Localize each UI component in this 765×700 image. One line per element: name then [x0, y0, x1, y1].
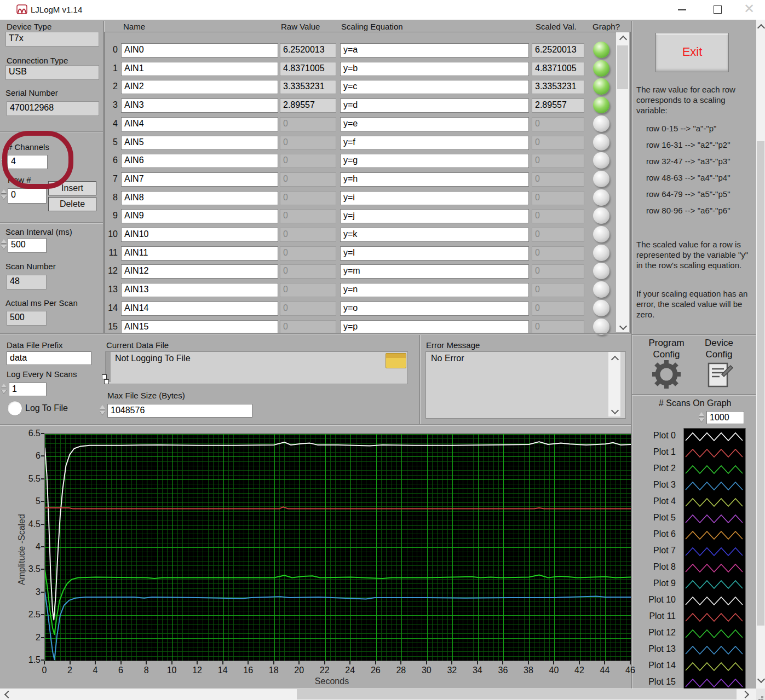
error-scrollbar[interactable]: [608, 352, 620, 416]
minimize-button[interactable]: [678, 9, 686, 10]
interval-spin-up[interactable]: [1, 239, 7, 243]
table-scrollbar-thumb[interactable]: [617, 45, 628, 89]
scans-on-graph-input[interactable]: 1000: [706, 411, 744, 424]
scans-spin-up[interactable]: [699, 412, 704, 416]
every-n-spin-up[interactable]: [1, 384, 7, 387]
graph-led-off[interactable]: [593, 300, 609, 316]
v-scrollbar-thumb[interactable]: [757, 141, 764, 626]
graph-led-off[interactable]: [593, 171, 609, 187]
graph-led-off[interactable]: [593, 281, 609, 298]
row-spin-up[interactable]: [1, 189, 7, 193]
graph-led-off[interactable]: [593, 319, 609, 335]
device-config-document-icon[interactable]: [706, 360, 734, 389]
plot-legend-strip[interactable]: [683, 428, 746, 692]
channel-name-input[interactable]: AIN14: [121, 302, 278, 316]
channel-name-input[interactable]: AIN12: [121, 264, 278, 279]
close-button[interactable]: ✕: [742, 2, 756, 16]
scaling-equation-input[interactable]: y=k: [340, 228, 529, 242]
channel-name-input[interactable]: AIN15: [121, 320, 278, 334]
program-config-gear-icon[interactable]: [651, 359, 682, 390]
actual-ms-label: Actual ms Per Scan: [5, 298, 78, 308]
channel-name-input[interactable]: AIN5: [121, 136, 278, 150]
scaling-equation-input[interactable]: y=j: [340, 209, 529, 223]
row-variable-map: row 0-15 --> "a"-"p"row 16-31 --> "a2"-"…: [646, 124, 730, 222]
scaling-equation-input[interactable]: y=f: [340, 136, 529, 150]
h-scroll-right-icon[interactable]: [741, 691, 749, 698]
table-scroll-down-icon[interactable]: [619, 322, 627, 330]
scaling-equation-input[interactable]: y=n: [340, 283, 529, 297]
row-number-input[interactable]: 0: [8, 188, 47, 204]
channel-name-input[interactable]: AIN11: [121, 246, 278, 261]
exit-button[interactable]: Exit: [655, 33, 729, 72]
graph-led-off[interactable]: [593, 152, 609, 169]
channel-name-input[interactable]: AIN9: [121, 209, 278, 223]
channel-name-input[interactable]: AIN6: [121, 154, 278, 168]
window-vertical-scrollbar[interactable]: [756, 20, 765, 689]
scaling-equation-input[interactable]: y=m: [340, 264, 529, 279]
scaling-equation-input[interactable]: y=c: [340, 80, 529, 94]
row-index: 8: [105, 193, 118, 203]
scaling-equation-input[interactable]: y=e: [340, 117, 529, 131]
graph-led-on[interactable]: [593, 42, 609, 58]
resize-handle[interactable]: [104, 379, 109, 384]
graph-led-on[interactable]: [593, 97, 609, 113]
error-note: If your scaling equation has an error, t…: [636, 288, 755, 320]
resize-grip[interactable]: [761, 696, 763, 698]
scaling-equation-input[interactable]: y=o: [340, 302, 529, 316]
channel-name-input[interactable]: AIN10: [121, 228, 278, 242]
data-file-prefix-input[interactable]: data: [7, 351, 91, 365]
row-index: 3: [105, 100, 118, 110]
max-size-spin-down[interactable]: [100, 411, 105, 415]
resize-handle[interactable]: [102, 374, 107, 379]
scaling-equation-input[interactable]: y=h: [340, 172, 529, 187]
channel-name-input[interactable]: AIN0: [121, 43, 278, 57]
interval-spin-down[interactable]: [1, 245, 7, 249]
graph-led-off[interactable]: [593, 115, 609, 132]
scan-interval-input[interactable]: 500: [8, 238, 47, 253]
error-scroll-up-icon[interactable]: [611, 356, 619, 363]
table-scroll-up-icon[interactable]: [619, 36, 627, 43]
scaling-equation-input[interactable]: y=d: [340, 99, 529, 113]
channel-name-input[interactable]: AIN8: [121, 191, 278, 205]
graph-led-off[interactable]: [593, 245, 609, 261]
graph-led-off[interactable]: [593, 263, 609, 279]
v-scroll-down-icon[interactable]: [757, 675, 765, 683]
log-every-n-input[interactable]: 1: [9, 383, 47, 396]
scaling-equation-input[interactable]: y=a: [340, 43, 529, 57]
h-scroll-left-icon[interactable]: [4, 691, 12, 698]
browse-folder-icon[interactable]: [386, 353, 406, 368]
h-scrollbar-thumb[interactable]: [297, 689, 737, 699]
channel-name-input[interactable]: AIN13: [121, 283, 278, 297]
graph-led-off[interactable]: [593, 226, 609, 242]
log-to-file-radio[interactable]: [7, 401, 22, 416]
max-file-size-input[interactable]: 1048576: [107, 404, 252, 418]
scaling-equation-input[interactable]: y=p: [340, 320, 529, 334]
error-scroll-down-icon[interactable]: [611, 407, 619, 414]
raw-value-indicator: 0: [280, 136, 336, 150]
graph-led-off[interactable]: [593, 134, 609, 151]
scaling-equation-input[interactable]: y=b: [340, 62, 529, 76]
channel-name-input[interactable]: AIN3: [121, 99, 278, 113]
delete-button[interactable]: Delete: [48, 197, 96, 211]
scaling-equation-input[interactable]: y=i: [340, 191, 529, 205]
channel-name-input[interactable]: AIN2: [121, 80, 278, 94]
channel-name-input[interactable]: AIN1: [121, 62, 278, 76]
v-scroll-up-icon[interactable]: [757, 24, 765, 32]
channel-name-input[interactable]: AIN4: [121, 117, 278, 131]
table-scrollbar[interactable]: [616, 32, 629, 332]
scans-spin-down[interactable]: [699, 418, 704, 422]
channel-name-input[interactable]: AIN7: [121, 172, 278, 187]
current-data-file-value: Not Logging To File: [115, 354, 191, 363]
maximize-button[interactable]: [714, 5, 722, 14]
scaling-equation-input[interactable]: y=l: [340, 246, 529, 261]
row-spin-down[interactable]: [1, 195, 7, 199]
every-n-spin-down[interactable]: [1, 390, 7, 394]
col-header-equation: Scaling Equation: [341, 22, 403, 31]
scaling-equation-input[interactable]: y=g: [340, 154, 529, 168]
max-size-spin-up[interactable]: [100, 405, 105, 409]
graph-led-off[interactable]: [593, 189, 609, 206]
window-horizontal-scrollbar[interactable]: [0, 689, 756, 700]
graph-led-off[interactable]: [593, 207, 609, 224]
graph-led-on[interactable]: [593, 60, 609, 77]
graph-led-on[interactable]: [593, 78, 609, 95]
